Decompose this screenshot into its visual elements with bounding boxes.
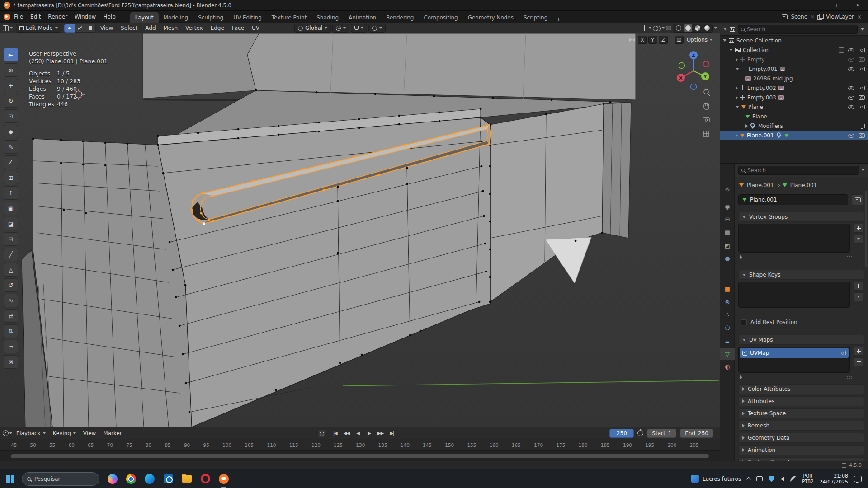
transform-orientation-dropdown[interactable]: Global — [294, 24, 331, 33]
overlays-caret-icon[interactable] — [662, 27, 665, 29]
tool-annotate[interactable]: ✎ — [4, 140, 18, 154]
jump-to-end-button[interactable]: ▶| — [387, 429, 397, 437]
resize-grip-icon[interactable] — [847, 256, 848, 257]
tab-particles-icon[interactable]: ∴ — [720, 309, 735, 320]
section-shape-keys[interactable]: Shape Keys — [738, 270, 864, 280]
vertex-group-specials-button[interactable] — [854, 235, 863, 244]
tool-spin[interactable]: ↺ — [4, 278, 18, 292]
tab-object-icon[interactable]: ■ — [720, 283, 735, 295]
tool-move[interactable]: + — [4, 79, 18, 92]
hide-eye-icon[interactable] — [848, 104, 854, 110]
timeline-scrollbar[interactable] — [11, 454, 709, 458]
menu-playback[interactable]: Playback — [13, 429, 49, 437]
auto-keying-button[interactable] — [317, 429, 326, 437]
language-indicator[interactable]: POR PTB2 — [802, 474, 813, 484]
outliner-row-image-datablock[interactable]: 26986-mid.jpg — [720, 74, 868, 83]
snap-base-button[interactable] — [675, 36, 684, 44]
solid-shading-button[interactable] — [684, 24, 692, 32]
tab-scripting[interactable]: Scripting — [519, 12, 552, 23]
tab-animation[interactable]: Animation — [344, 12, 381, 23]
tab-rendering[interactable]: Rendering — [381, 12, 419, 23]
outliner-row-empty[interactable]: Empty — [720, 55, 868, 64]
breadcrumb-object[interactable]: Plane.001 — [747, 182, 774, 188]
section-vertex-groups[interactable]: Vertex Groups — [738, 212, 864, 222]
add-vertex-group-button[interactable] — [854, 224, 863, 233]
tab-uv-editing[interactable]: UV Editing — [228, 12, 267, 23]
mirror-x-button[interactable]: X — [638, 36, 647, 44]
shape-key-specials-button[interactable] — [854, 292, 863, 301]
tool-smooth[interactable]: ∿ — [4, 294, 18, 307]
add-uv-map-button[interactable] — [854, 347, 863, 356]
tab-output-icon[interactable]: ⊟ — [720, 213, 735, 225]
disable-render-camera-icon[interactable] — [859, 105, 865, 109]
tool-cursor[interactable]: ⊕ — [4, 63, 18, 77]
hide-eye-icon[interactable] — [848, 57, 854, 62]
news-widget[interactable]: Lucros futuros — [691, 475, 741, 483]
office-icon[interactable] — [162, 473, 174, 485]
tab-physics-icon[interactable]: ○ — [720, 321, 735, 333]
menu-select[interactable]: Select — [118, 24, 141, 32]
snap-dropdown[interactable] — [351, 24, 367, 33]
shading-caret-icon[interactable] — [714, 27, 717, 29]
menu-vertex[interactable]: Vertex — [182, 24, 206, 32]
tab-object-data-icon[interactable]: ▽ — [720, 348, 735, 360]
mode-dropdown[interactable]: Edit Mode — [16, 24, 61, 33]
timeline-ruler[interactable]: 4550556065707580859095100105110115120125… — [0, 439, 720, 450]
menu-help[interactable]: Help — [99, 12, 119, 21]
outliner-row-collection[interactable]: Collection — [720, 45, 868, 55]
tab-sculpting[interactable]: Sculpting — [193, 12, 228, 23]
notifications-icon[interactable] — [854, 476, 862, 482]
tool-loop-cut[interactable]: ⊟ — [4, 232, 18, 246]
outliner-row-scene-collection[interactable]: Scene Collection — [720, 36, 868, 45]
outliner-editor-icon[interactable] — [723, 28, 727, 30]
disable-render-camera-icon[interactable] — [859, 48, 865, 52]
viewlayer-unlink-icon[interactable] — [857, 15, 861, 19]
tool-knife[interactable]: ╱ — [4, 248, 18, 261]
breadcrumb-data[interactable]: Plane.001 — [790, 182, 817, 188]
timeline-editor-icon[interactable] — [3, 430, 9, 436]
next-keyframe-button[interactable]: ▶▶ — [375, 429, 386, 437]
gizmos-icon[interactable] — [642, 25, 647, 31]
tool-extrude-region[interactable]: ↑ — [4, 186, 18, 200]
tab-modifiers-icon[interactable]: ⊗ — [720, 296, 735, 308]
tab-scene-icon[interactable]: ◩ — [720, 239, 735, 251]
tab-geometry-nodes[interactable]: Geometry Nodes — [463, 12, 519, 23]
disable-render-camera-icon[interactable] — [859, 57, 865, 62]
chrome-icon[interactable] — [125, 473, 137, 485]
disable-render-camera-icon[interactable] — [859, 95, 865, 100]
menu-timeline-view[interactable]: View — [80, 429, 99, 437]
start-frame-field[interactable]: Start 1 — [647, 429, 676, 438]
tray-expand-icon[interactable] — [746, 477, 751, 482]
remove-uv-map-button[interactable] — [854, 357, 863, 366]
taskbar-search-input[interactable] — [34, 476, 94, 482]
section-remesh[interactable]: Remesh — [738, 421, 864, 431]
mirror-z-button[interactable]: Z — [659, 36, 668, 44]
tab-constraints-icon[interactable]: ≡ — [720, 335, 735, 347]
outliner-row-plane-001[interactable]: Plane.001 — [720, 131, 868, 140]
disable-render-camera-icon[interactable] — [859, 133, 865, 138]
maximize-button[interactable]: □ — [828, 0, 848, 10]
add-shape-key-button[interactable] — [854, 282, 863, 291]
current-frame-field[interactable]: 250 — [609, 429, 634, 438]
properties-search-input[interactable] — [747, 167, 856, 174]
tool-inset-faces[interactable]: ▣ — [4, 202, 18, 215]
uv-map-item[interactable]: UVMap — [740, 348, 849, 358]
tab-compositing[interactable]: Compositing — [419, 12, 462, 23]
tool-transform[interactable]: ◆ — [4, 125, 18, 138]
app-menu-icon[interactable] — [4, 14, 10, 20]
jump-to-start-button[interactable]: |◀ — [330, 429, 340, 437]
section-attributes[interactable]: Attributes — [738, 396, 864, 406]
tab-world-icon[interactable]: ● — [720, 252, 735, 264]
proportional-editing-dropdown[interactable] — [368, 24, 386, 33]
section-texture-space[interactable]: Texture Space — [738, 408, 864, 418]
tool-shear[interactable]: ▱ — [4, 340, 18, 353]
vertex-select-button[interactable] — [64, 24, 75, 33]
viewport-canvas[interactable]: Z X Y — [0, 33, 720, 427]
expand-icon[interactable] — [740, 375, 742, 379]
hide-eye-icon[interactable] — [848, 133, 854, 138]
tab-tool-icon[interactable]: ⊚ — [720, 183, 735, 195]
outliner-row-plane[interactable]: Plane — [720, 102, 868, 112]
section-uv-maps[interactable]: UV Maps — [738, 335, 864, 345]
tool-add-cube[interactable]: ⊞ — [4, 171, 18, 184]
gizmo-neg-y-handle[interactable] — [679, 63, 685, 69]
